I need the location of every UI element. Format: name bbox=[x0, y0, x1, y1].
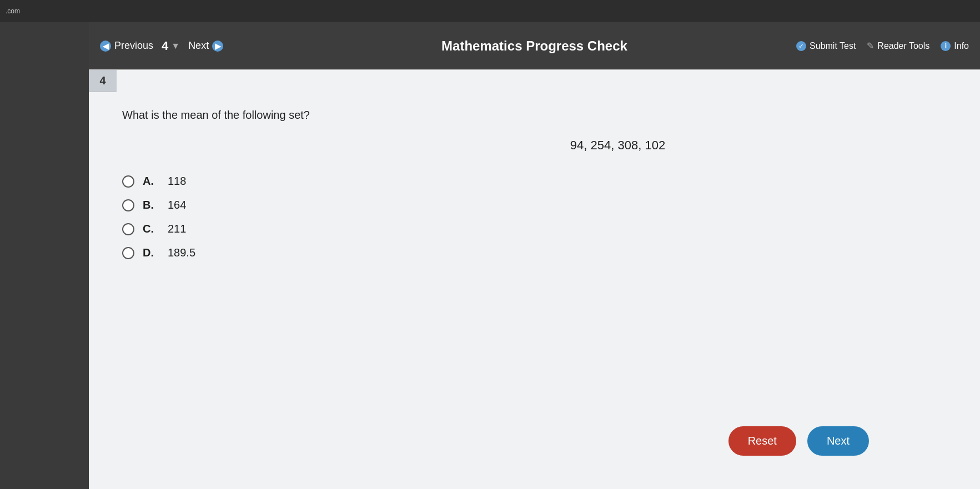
previous-button[interactable]: ◀ Previous bbox=[100, 40, 153, 52]
option-label-a: A. bbox=[143, 175, 159, 188]
question-card: 4 What is the mean of the following set?… bbox=[89, 69, 980, 489]
submit-test-label: Submit Test bbox=[810, 41, 856, 51]
radio-c[interactable] bbox=[122, 223, 134, 235]
reader-tools-icon: ✎ bbox=[867, 41, 874, 51]
submit-test-button[interactable]: ✓ Submit Test bbox=[796, 41, 856, 51]
next-arrow-icon: ▶ bbox=[212, 41, 223, 52]
info-button[interactable]: i Info bbox=[941, 41, 969, 51]
answer-option-c[interactable]: C. 211 bbox=[122, 223, 947, 235]
answer-option-d[interactable]: D. 189.5 bbox=[122, 246, 947, 259]
question-content: What is the mean of the following set? 9… bbox=[89, 92, 980, 276]
next-button[interactable]: Next bbox=[807, 426, 869, 456]
info-label: Info bbox=[954, 41, 969, 51]
app-container: ◀ Previous 4 ▼ Next ▶ Mathematics Progre… bbox=[89, 22, 980, 489]
reader-tools-button[interactable]: ✎ Reader Tools bbox=[867, 41, 929, 51]
option-value-a: 118 bbox=[168, 175, 186, 188]
radio-d[interactable] bbox=[122, 247, 134, 259]
option-label-d: D. bbox=[143, 246, 159, 259]
reader-tools-label: Reader Tools bbox=[877, 41, 929, 51]
next-nav-button[interactable]: Next ▶ bbox=[188, 40, 223, 52]
option-value-c: 211 bbox=[168, 223, 186, 235]
current-question-number: 4 bbox=[162, 39, 168, 53]
nav-right: ✓ Submit Test ✎ Reader Tools i Info bbox=[796, 41, 969, 51]
page-title: Mathematics Progress Check bbox=[441, 38, 627, 54]
option-label-b: B. bbox=[143, 199, 159, 211]
previous-label: Previous bbox=[114, 40, 153, 52]
nav-left: ◀ Previous 4 ▼ Next ▶ bbox=[100, 39, 223, 53]
submit-check-icon: ✓ bbox=[796, 41, 806, 51]
answer-options: A. 118 B. 164 C. 211 bbox=[122, 175, 947, 259]
option-value-d: 189.5 bbox=[168, 246, 195, 259]
info-icon: i bbox=[941, 41, 951, 51]
question-data-set: 94, 254, 308, 102 bbox=[289, 138, 947, 153]
content-area: 4 What is the mean of the following set?… bbox=[89, 69, 980, 489]
browser-bar: .com bbox=[0, 0, 980, 22]
dropdown-arrow-icon: ▼ bbox=[171, 41, 180, 51]
next-nav-label: Next bbox=[188, 40, 209, 52]
nav-bar: ◀ Previous 4 ▼ Next ▶ Mathematics Progre… bbox=[89, 22, 980, 69]
radio-a[interactable] bbox=[122, 175, 134, 188]
radio-b[interactable] bbox=[122, 199, 134, 211]
option-value-b: 164 bbox=[168, 199, 186, 211]
question-text: What is the mean of the following set? bbox=[122, 109, 947, 122]
question-number-badge: 4 bbox=[89, 70, 117, 92]
bottom-buttons: Reset Next bbox=[728, 426, 869, 456]
reset-button[interactable]: Reset bbox=[728, 426, 796, 456]
question-number-selector[interactable]: 4 ▼ bbox=[162, 39, 180, 53]
browser-url: .com bbox=[6, 7, 20, 15]
option-label-c: C. bbox=[143, 223, 159, 235]
answer-option-b[interactable]: B. 164 bbox=[122, 199, 947, 211]
previous-arrow-icon: ◀ bbox=[100, 41, 111, 52]
answer-option-a[interactable]: A. 118 bbox=[122, 175, 947, 188]
left-sidebar bbox=[0, 22, 89, 489]
